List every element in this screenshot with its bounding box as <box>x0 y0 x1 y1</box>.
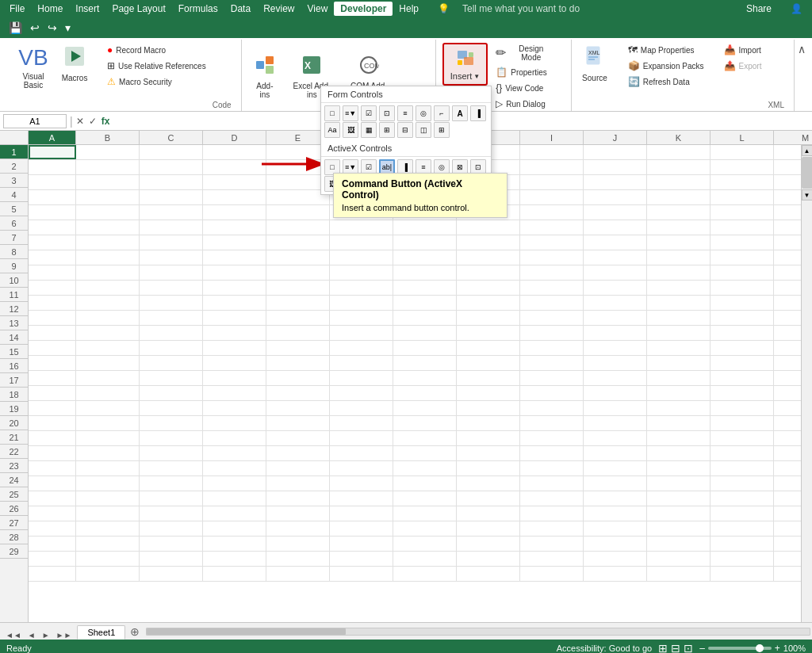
cell-B26[interactable] <box>76 521 140 536</box>
cell-I6[interactable] <box>520 220 584 235</box>
cell-I1[interactable] <box>520 145 584 159</box>
cell-A8[interactable] <box>29 250 76 265</box>
cell-C4[interactable] <box>140 190 203 204</box>
cell-B3[interactable] <box>76 175 140 189</box>
cell-D16[interactable] <box>203 371 266 385</box>
cell-M18[interactable] <box>774 401 801 415</box>
cell-B13[interactable] <box>76 326 140 340</box>
cell-F27[interactable] <box>330 537 393 551</box>
cell-I18[interactable] <box>520 401 584 415</box>
cell-E18[interactable] <box>266 401 330 415</box>
cell-L8[interactable] <box>710 250 774 265</box>
cell-I12[interactable] <box>520 311 584 325</box>
record-macro-button[interactable]: ● Record Macro <box>104 43 209 57</box>
cell-J4[interactable] <box>584 190 647 204</box>
cell-E14[interactable] <box>266 341 330 355</box>
cell-A23[interactable] <box>29 476 76 491</box>
cell-F19[interactable] <box>330 416 393 430</box>
cell-M3[interactable] <box>774 175 801 189</box>
cancel-icon[interactable]: ✕ <box>76 116 84 127</box>
cell-G19[interactable] <box>393 416 457 430</box>
cell-E25[interactable] <box>266 506 330 521</box>
cell-C15[interactable] <box>140 356 203 370</box>
cell-B15[interactable] <box>76 356 140 370</box>
cell-E5[interactable] <box>266 205 330 220</box>
cell-A14[interactable] <box>29 341 76 355</box>
cell-G25[interactable] <box>393 506 457 521</box>
name-box[interactable] <box>3 114 67 128</box>
fc-misc3[interactable]: ⊟ <box>397 122 413 138</box>
cell-B6[interactable] <box>76 220 140 235</box>
cell-A20[interactable] <box>29 431 76 445</box>
cell-F29[interactable] <box>330 567 393 581</box>
cell-M7[interactable] <box>774 235 801 250</box>
row-header-4[interactable]: 4 <box>0 188 28 202</box>
cell-L12[interactable] <box>710 311 774 325</box>
col-header-l[interactable]: L <box>710 131 774 144</box>
scroll-up[interactable]: ▲ <box>802 145 813 156</box>
cell-C2[interactable] <box>140 160 203 174</box>
fc-spinner[interactable]: ⊡ <box>379 105 395 121</box>
cell-K25[interactable] <box>647 506 710 521</box>
cell-E12[interactable] <box>266 311 330 325</box>
cell-A7[interactable] <box>29 235 76 250</box>
cell-C25[interactable] <box>140 506 203 521</box>
fc-misc1[interactable]: ▦ <box>361 122 377 138</box>
cell-F7[interactable] <box>330 235 393 250</box>
cell-F17[interactable] <box>330 386 393 400</box>
cell-D10[interactable] <box>203 281 266 295</box>
cell-L27[interactable] <box>710 537 774 551</box>
cell-M15[interactable] <box>774 356 801 370</box>
cell-M8[interactable] <box>774 250 801 265</box>
cell-F6[interactable] <box>330 220 393 235</box>
scroll-prev-tab[interactable]: ◄ <box>25 631 38 640</box>
cell-E6[interactable] <box>266 220 330 235</box>
row-header-10[interactable]: 10 <box>0 273 28 288</box>
cell-J20[interactable] <box>584 431 647 445</box>
cell-K5[interactable] <box>647 205 710 220</box>
macro-security-button[interactable]: ⚠ Macro Security <box>104 74 209 89</box>
cell-C11[interactable] <box>140 296 203 310</box>
cell-J19[interactable] <box>584 416 647 430</box>
cell-A3[interactable] <box>29 175 76 189</box>
cell-B29[interactable] <box>76 567 140 581</box>
cell-F21[interactable] <box>330 446 393 460</box>
cell-D12[interactable] <box>203 311 266 325</box>
row-header-15[interactable]: 15 <box>0 345 28 359</box>
cell-E19[interactable] <box>266 416 330 430</box>
cell-F13[interactable] <box>330 326 393 340</box>
cell-L21[interactable] <box>710 446 774 460</box>
cell-H17[interactable] <box>457 386 520 400</box>
cell-K26[interactable] <box>647 521 710 536</box>
cell-C29[interactable] <box>140 567 203 581</box>
cell-J13[interactable] <box>584 326 647 340</box>
cell-A16[interactable] <box>29 371 76 385</box>
cell-G6[interactable] <box>393 220 457 235</box>
sheet-tab-sheet1[interactable]: Sheet1 <box>77 625 125 640</box>
cell-E20[interactable] <box>266 431 330 445</box>
cell-F12[interactable] <box>330 311 393 325</box>
cell-H21[interactable] <box>457 446 520 460</box>
row-header-7[interactable]: 7 <box>0 231 28 245</box>
cell-L14[interactable] <box>710 341 774 355</box>
cell-G14[interactable] <box>393 341 457 355</box>
cell-K4[interactable] <box>647 190 710 204</box>
fc-list[interactable]: ≡ <box>397 105 413 121</box>
cell-I20[interactable] <box>520 431 584 445</box>
row-header-3[interactable]: 3 <box>0 174 28 188</box>
cell-H14[interactable] <box>457 341 520 355</box>
cell-I11[interactable] <box>520 296 584 310</box>
cell-I19[interactable] <box>520 416 584 430</box>
cell-G17[interactable] <box>393 386 457 400</box>
row-header-24[interactable]: 24 <box>0 473 28 487</box>
cell-A6[interactable] <box>29 220 76 235</box>
cell-F9[interactable] <box>330 265 393 280</box>
cell-E28[interactable] <box>266 552 330 566</box>
col-header-a[interactable]: A <box>29 131 76 144</box>
cell-D1[interactable] <box>203 145 266 159</box>
cell-F16[interactable] <box>330 371 393 385</box>
cell-M1[interactable] <box>774 145 801 159</box>
col-header-i[interactable]: I <box>520 131 584 144</box>
cell-D20[interactable] <box>203 431 266 445</box>
cell-E15[interactable] <box>266 356 330 370</box>
